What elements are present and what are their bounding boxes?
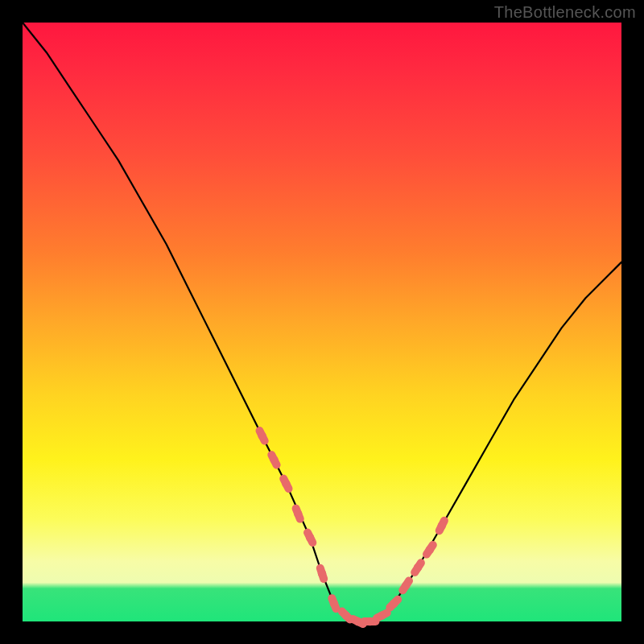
curve-layer (23, 23, 621, 621)
highlight-marker-dot (390, 600, 398, 608)
highlight-marker-dot (438, 522, 446, 530)
highlight-marker-dot (282, 480, 290, 488)
bottleneck-curve (23, 23, 621, 621)
highlight-marker-dot (270, 456, 278, 464)
highlight-marker-dot (426, 546, 434, 554)
highlight-marker-dot (378, 611, 386, 619)
highlight-markers (258, 431, 446, 625)
chart-frame: TheBottleneck.com (0, 0, 644, 644)
highlight-marker-dot (414, 564, 422, 572)
highlight-marker-dot (342, 611, 350, 619)
watermark-text: TheBottleneck.com (494, 3, 636, 22)
highlight-marker-dot (294, 510, 302, 518)
curve-path (23, 23, 621, 621)
highlight-marker-dot (306, 534, 314, 542)
highlight-marker-dot (330, 600, 338, 608)
plot-area (23, 23, 621, 621)
highlight-marker-dot (258, 431, 266, 440)
highlight-marker-dot (365, 617, 374, 625)
highlight-marker-dot (318, 569, 326, 577)
highlight-marker-dot (402, 581, 410, 589)
